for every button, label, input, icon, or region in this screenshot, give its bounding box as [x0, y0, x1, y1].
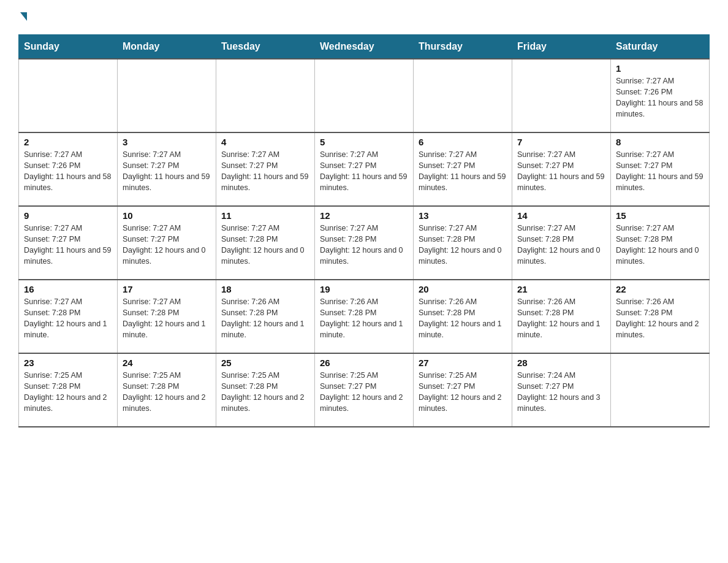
- calendar-cell: 25Sunrise: 7:25 AMSunset: 7:28 PMDayligh…: [216, 353, 315, 427]
- day-info: Sunrise: 7:25 AMSunset: 7:28 PMDaylight:…: [123, 370, 211, 415]
- day-number: 5: [320, 137, 408, 147]
- calendar-cell: [611, 353, 710, 427]
- calendar-week-row: 2Sunrise: 7:27 AMSunset: 7:26 PMDaylight…: [19, 132, 710, 206]
- day-info: Sunrise: 7:27 AMSunset: 7:27 PMDaylight:…: [616, 149, 704, 194]
- calendar-cell: 9Sunrise: 7:27 AMSunset: 7:27 PMDaylight…: [19, 206, 118, 280]
- day-info: Sunrise: 7:27 AMSunset: 7:27 PMDaylight:…: [123, 149, 211, 194]
- weekday-header: Wednesday: [315, 35, 414, 59]
- day-number: 24: [123, 358, 211, 368]
- calendar-week-row: 1Sunrise: 7:27 AMSunset: 7:26 PMDaylight…: [19, 59, 710, 132]
- day-info: Sunrise: 7:27 AMSunset: 7:28 PMDaylight:…: [616, 223, 704, 267]
- weekday-header: Monday: [118, 35, 216, 59]
- day-info: Sunrise: 7:27 AMSunset: 7:27 PMDaylight:…: [419, 149, 507, 194]
- calendar-cell: 2Sunrise: 7:27 AMSunset: 7:26 PMDaylight…: [19, 132, 118, 206]
- calendar-cell: 19Sunrise: 7:26 AMSunset: 7:28 PMDayligh…: [315, 280, 414, 353]
- calendar-cell: 13Sunrise: 7:27 AMSunset: 7:28 PMDayligh…: [414, 206, 512, 280]
- day-info: Sunrise: 7:26 AMSunset: 7:28 PMDaylight:…: [517, 296, 605, 341]
- calendar-cell: [118, 59, 216, 132]
- day-number: 11: [221, 210, 309, 221]
- day-info: Sunrise: 7:27 AMSunset: 7:27 PMDaylight:…: [517, 149, 605, 194]
- day-number: 18: [221, 284, 309, 294]
- calendar-cell: 15Sunrise: 7:27 AMSunset: 7:28 PMDayligh…: [611, 206, 710, 280]
- day-number: 6: [419, 137, 507, 147]
- day-number: 17: [123, 284, 211, 294]
- day-info: Sunrise: 7:26 AMSunset: 7:28 PMDaylight:…: [320, 296, 408, 341]
- calendar-cell: 4Sunrise: 7:27 AMSunset: 7:27 PMDaylight…: [216, 132, 315, 206]
- day-info: Sunrise: 7:27 AMSunset: 7:26 PMDaylight:…: [24, 149, 112, 194]
- day-info: Sunrise: 7:27 AMSunset: 7:28 PMDaylight:…: [419, 223, 507, 267]
- day-number: 4: [221, 137, 309, 147]
- day-number: 3: [123, 137, 211, 147]
- day-number: 2: [24, 137, 112, 147]
- day-info: Sunrise: 7:27 AMSunset: 7:27 PMDaylight:…: [221, 149, 309, 194]
- weekday-header: Saturday: [611, 35, 710, 59]
- day-info: Sunrise: 7:27 AMSunset: 7:28 PMDaylight:…: [320, 223, 408, 267]
- calendar-cell: [414, 59, 512, 132]
- calendar-cell: 17Sunrise: 7:27 AMSunset: 7:28 PMDayligh…: [118, 280, 216, 353]
- page-header: [18, 12, 710, 22]
- day-number: 7: [517, 137, 605, 147]
- day-number: 21: [517, 284, 605, 294]
- calendar-cell: 12Sunrise: 7:27 AMSunset: 7:28 PMDayligh…: [315, 206, 414, 280]
- day-info: Sunrise: 7:27 AMSunset: 7:26 PMDaylight:…: [616, 75, 704, 120]
- calendar-cell: [216, 59, 315, 132]
- calendar-cell: 8Sunrise: 7:27 AMSunset: 7:27 PMDaylight…: [611, 132, 710, 206]
- day-info: Sunrise: 7:26 AMSunset: 7:28 PMDaylight:…: [419, 296, 507, 341]
- calendar-cell: 27Sunrise: 7:25 AMSunset: 7:27 PMDayligh…: [414, 353, 512, 427]
- calendar-cell: 7Sunrise: 7:27 AMSunset: 7:27 PMDaylight…: [512, 132, 611, 206]
- day-number: 10: [123, 210, 211, 221]
- calendar-week-row: 9Sunrise: 7:27 AMSunset: 7:27 PMDaylight…: [19, 206, 710, 280]
- calendar-cell: 16Sunrise: 7:27 AMSunset: 7:28 PMDayligh…: [19, 280, 118, 353]
- calendar-cell: 14Sunrise: 7:27 AMSunset: 7:28 PMDayligh…: [512, 206, 611, 280]
- day-info: Sunrise: 7:27 AMSunset: 7:28 PMDaylight:…: [517, 223, 605, 267]
- calendar-cell: 24Sunrise: 7:25 AMSunset: 7:28 PMDayligh…: [118, 353, 216, 427]
- calendar-cell: 11Sunrise: 7:27 AMSunset: 7:28 PMDayligh…: [216, 206, 315, 280]
- day-info: Sunrise: 7:27 AMSunset: 7:28 PMDaylight:…: [221, 223, 309, 267]
- day-number: 1: [616, 63, 704, 74]
- day-info: Sunrise: 7:27 AMSunset: 7:27 PMDaylight:…: [320, 149, 408, 194]
- day-number: 8: [616, 137, 704, 147]
- calendar-cell: 23Sunrise: 7:25 AMSunset: 7:28 PMDayligh…: [19, 353, 118, 427]
- calendar-cell: 6Sunrise: 7:27 AMSunset: 7:27 PMDaylight…: [414, 132, 512, 206]
- day-number: 23: [24, 358, 112, 368]
- logo-triangle-icon: [20, 12, 27, 21]
- day-number: 20: [419, 284, 507, 294]
- day-info: Sunrise: 7:27 AMSunset: 7:28 PMDaylight:…: [24, 296, 112, 341]
- calendar-cell: 18Sunrise: 7:26 AMSunset: 7:28 PMDayligh…: [216, 280, 315, 353]
- calendar-cell: 5Sunrise: 7:27 AMSunset: 7:27 PMDaylight…: [315, 132, 414, 206]
- day-info: Sunrise: 7:25 AMSunset: 7:28 PMDaylight:…: [221, 370, 309, 415]
- day-info: Sunrise: 7:26 AMSunset: 7:28 PMDaylight:…: [221, 296, 309, 341]
- day-info: Sunrise: 7:26 AMSunset: 7:28 PMDaylight:…: [616, 296, 704, 341]
- day-info: Sunrise: 7:25 AMSunset: 7:28 PMDaylight:…: [24, 370, 112, 415]
- logo: [18, 12, 27, 22]
- calendar-cell: [315, 59, 414, 132]
- weekday-header-row: SundayMondayTuesdayWednesdayThursdayFrid…: [19, 35, 710, 59]
- calendar-cell: 28Sunrise: 7:24 AMSunset: 7:27 PMDayligh…: [512, 353, 611, 427]
- day-info: Sunrise: 7:24 AMSunset: 7:27 PMDaylight:…: [517, 370, 605, 415]
- day-info: Sunrise: 7:27 AMSunset: 7:28 PMDaylight:…: [123, 296, 211, 341]
- day-number: 19: [320, 284, 408, 294]
- day-number: 26: [320, 358, 408, 368]
- calendar-cell: [19, 59, 118, 132]
- weekday-header: Friday: [512, 35, 611, 59]
- day-number: 25: [221, 358, 309, 368]
- weekday-header: Tuesday: [216, 35, 315, 59]
- day-number: 28: [517, 358, 605, 368]
- calendar-cell: 3Sunrise: 7:27 AMSunset: 7:27 PMDaylight…: [118, 132, 216, 206]
- calendar-cell: [512, 59, 611, 132]
- calendar-cell: 1Sunrise: 7:27 AMSunset: 7:26 PMDaylight…: [611, 59, 710, 132]
- day-info: Sunrise: 7:25 AMSunset: 7:27 PMDaylight:…: [419, 370, 507, 415]
- calendar-week-row: 16Sunrise: 7:27 AMSunset: 7:28 PMDayligh…: [19, 280, 710, 353]
- calendar-cell: 22Sunrise: 7:26 AMSunset: 7:28 PMDayligh…: [611, 280, 710, 353]
- day-number: 9: [24, 210, 112, 221]
- calendar-cell: 10Sunrise: 7:27 AMSunset: 7:27 PMDayligh…: [118, 206, 216, 280]
- day-number: 27: [419, 358, 507, 368]
- day-number: 22: [616, 284, 704, 294]
- day-info: Sunrise: 7:25 AMSunset: 7:27 PMDaylight:…: [320, 370, 408, 415]
- day-number: 15: [616, 210, 704, 221]
- day-info: Sunrise: 7:27 AMSunset: 7:27 PMDaylight:…: [24, 223, 112, 267]
- calendar-cell: 20Sunrise: 7:26 AMSunset: 7:28 PMDayligh…: [414, 280, 512, 353]
- day-number: 16: [24, 284, 112, 294]
- calendar-cell: 21Sunrise: 7:26 AMSunset: 7:28 PMDayligh…: [512, 280, 611, 353]
- day-number: 14: [517, 210, 605, 221]
